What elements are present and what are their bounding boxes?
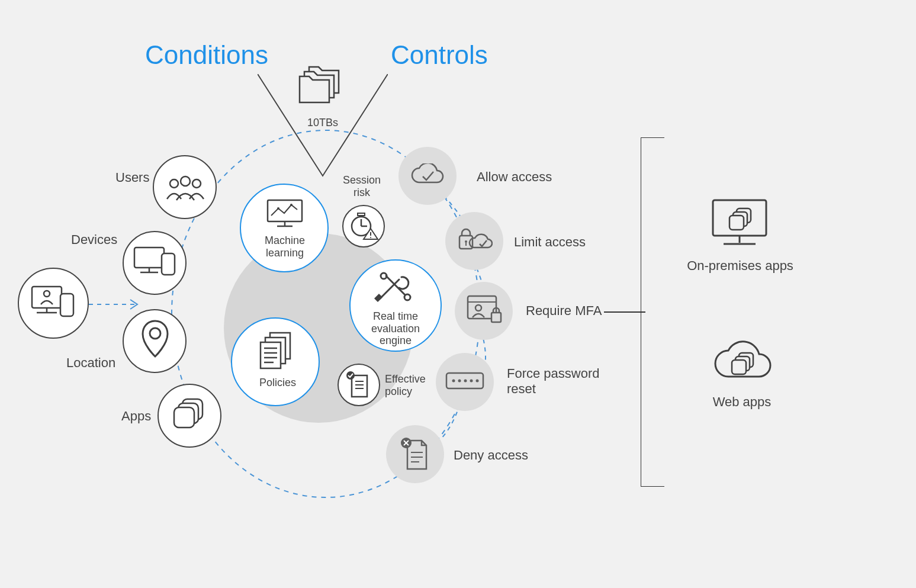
- svg-point-49: [475, 305, 481, 311]
- svg-point-43: [346, 371, 355, 380]
- label-webapps: Web apps: [709, 394, 774, 410]
- svg-rect-18: [268, 200, 302, 221]
- svg-point-37: [381, 273, 387, 279]
- svg-rect-39: [352, 375, 367, 397]
- svg-point-56: [476, 380, 479, 383]
- label-limit: Limit access: [514, 234, 586, 250]
- label-location: Location: [66, 355, 115, 371]
- onprem-icon: [707, 195, 772, 249]
- label-session-risk: Session risk: [338, 174, 385, 198]
- svg-rect-50: [491, 313, 501, 322]
- svg-point-45: [465, 240, 467, 243]
- label-reset: Force password reset: [507, 366, 608, 397]
- stopwatch-warning-icon: [349, 211, 379, 240]
- location-icon: [142, 320, 169, 359]
- apps-icon: [172, 397, 208, 433]
- svg-rect-25: [261, 342, 281, 368]
- label-users: Users: [115, 170, 149, 185]
- policies-icon: [256, 330, 295, 371]
- label-devices: Devices: [71, 232, 117, 248]
- webapps-icon: [708, 335, 773, 386]
- label-allow: Allow access: [477, 169, 552, 185]
- label-ml: Machine learning: [259, 234, 310, 259]
- svg-point-54: [464, 380, 467, 383]
- svg-rect-17: [174, 407, 194, 428]
- svg-point-20: [290, 204, 293, 206]
- devices-icon: [133, 244, 177, 277]
- svg-point-52: [452, 380, 455, 383]
- ml-icon: [265, 198, 304, 229]
- label-policies: Policies: [259, 377, 293, 389]
- lock-cloud-icon: [456, 226, 493, 253]
- svg-rect-72: [732, 360, 746, 374]
- cloud-check-icon: [409, 163, 446, 187]
- users-icon: [165, 175, 206, 201]
- svg-rect-10: [134, 248, 164, 268]
- svg-point-9: [192, 179, 201, 188]
- heading-conditions: Conditions: [145, 40, 268, 70]
- svg-point-55: [470, 380, 473, 383]
- label-onprem: On-premises apps: [687, 258, 793, 274]
- password-dots-icon: [445, 372, 484, 390]
- svg-point-53: [458, 380, 461, 383]
- dashed-arrow-to-conditions: [89, 297, 143, 311]
- person-device-icon: [31, 283, 77, 319]
- svg-point-36: [370, 237, 371, 238]
- svg-rect-13: [162, 253, 175, 275]
- svg-point-8: [181, 176, 190, 186]
- svg-point-19: [277, 207, 279, 210]
- svg-point-14: [150, 328, 160, 339]
- line-to-bracket: [604, 311, 645, 313]
- doc-x-icon: [399, 436, 430, 471]
- svg-point-7: [170, 179, 178, 188]
- label-apps: Apps: [121, 409, 151, 424]
- svg-point-4: [44, 291, 50, 297]
- checked-doc-icon: [346, 371, 371, 399]
- output-bracket: [641, 137, 664, 487]
- svg-rect-69: [729, 216, 744, 230]
- svg-rect-33: [358, 213, 365, 216]
- browser-user-lock-icon: [465, 294, 503, 324]
- heading-controls: Controls: [391, 40, 488, 70]
- label-mfa: Require MFA: [526, 303, 602, 319]
- svg-rect-5: [60, 294, 73, 316]
- label-deny: Deny access: [454, 448, 528, 463]
